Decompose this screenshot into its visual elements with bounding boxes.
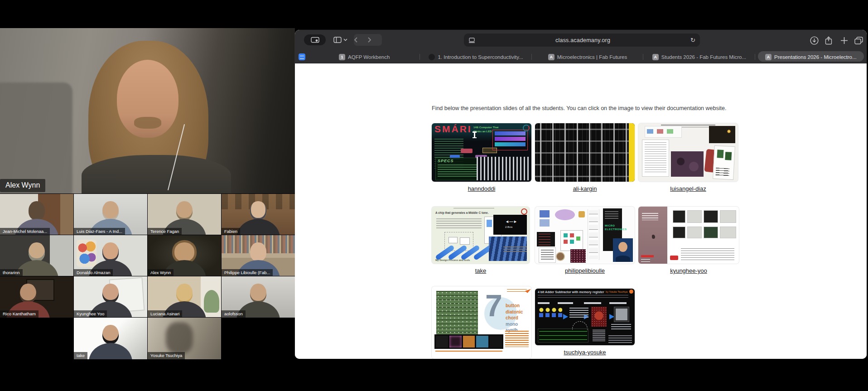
slide-screenshot — [673, 227, 685, 238]
slide-block — [540, 210, 550, 217]
participant-tile[interactable]: Rico Kanthatham — [0, 276, 73, 318]
tab-favicon: 1 — [339, 54, 345, 60]
slide-yellow-stripe — [629, 123, 635, 182]
text-cursor — [474, 131, 475, 138]
student-slide-thumbnail[interactable]: 7 button diatonic chord mono synth — [432, 286, 531, 359]
reload-icon[interactable]: ↻ — [690, 37, 695, 43]
participant-tile[interactable]: Alex Wynn — [148, 235, 221, 276]
tab-students-2026[interactable]: A Students 2026 - Fab Futures Micro... — [643, 51, 755, 63]
slide-panel — [492, 130, 528, 150]
student-slide-thumbnail[interactable]: MICRO ELECTRONICS — [535, 207, 635, 264]
student-card: 4 bit Adder Subtractor with memory regis… — [535, 289, 635, 356]
tab-label: Microelectronics | Fab Futures — [557, 54, 627, 60]
address-bar[interactable]: class.academany.org ↻ — [464, 34, 700, 47]
participant-tile[interactable]: Donaldo Almazan — [74, 235, 147, 276]
slide-screenshot — [704, 210, 718, 223]
downloads-button[interactable] — [809, 35, 820, 46]
slide-diagram-lines — [436, 218, 482, 228]
participant-head — [29, 242, 45, 261]
student-link[interactable]: take — [432, 267, 530, 274]
back-button[interactable] — [354, 37, 368, 43]
participant-head — [102, 242, 119, 261]
tab-bar: 1 AQFP Workbench 1. Introduction to Supe… — [295, 51, 867, 63]
page-intro-text: Find below the presentation slides of al… — [432, 105, 726, 111]
slide-caption: My Design Process and tools — [435, 259, 470, 261]
active-speaker-video[interactable]: Alex Wynn — [0, 28, 295, 194]
participant-head — [250, 201, 266, 220]
forward-button[interactable] — [368, 37, 382, 43]
participant-head — [102, 284, 119, 303]
student-slide-thumbnail[interactable]: A chip that generates a Middle C tone. M… — [432, 207, 530, 264]
student-link[interactable]: luisangel-diaz — [638, 185, 738, 192]
student-card: ali-kargin — [535, 123, 635, 192]
pinned-tab-favicon — [299, 53, 305, 60]
tab-aqfp-workbench[interactable]: 1 AQFP Workbench — [309, 51, 420, 63]
tab-overview-button[interactable] — [853, 35, 864, 46]
sidebar-toggle-button[interactable] — [331, 34, 349, 45]
slide-flowchart — [588, 209, 599, 260]
participant-tile[interactable]: aolofsson — [222, 276, 295, 318]
slide-title: SMÁRI — [434, 124, 472, 135]
student-card: 7 button diatonic chord mono synth — [432, 286, 531, 359]
participant-head — [102, 201, 119, 220]
participant-name-label: Alex Wynn — [148, 269, 174, 277]
participant-tile[interactable]: Yosuke Tsuchiya — [148, 318, 221, 359]
participant-head — [29, 201, 45, 220]
participant-tile[interactable]: Terence Fagan — [148, 194, 221, 235]
student-link[interactable]: philippelibioulle — [535, 267, 635, 274]
new-tab-button[interactable] — [839, 35, 849, 46]
slide-register-text — [591, 328, 607, 343]
participant-tile[interactable]: Jean-Michel Molenaa... — [0, 194, 73, 235]
student-slide-thumbnail[interactable]: SMÁRI 14B Computer That Blinks an LED SP… — [432, 123, 531, 182]
student-link[interactable]: ali-kargin — [535, 185, 635, 192]
tab-favicon: A — [765, 54, 772, 60]
tab-microelectronics[interactable]: A Microelectronics | Fab Futures — [532, 51, 643, 63]
participant-tile[interactable]: Philippe Libioulle (Fab... — [222, 235, 295, 276]
chevron-down-icon — [343, 39, 347, 41]
participant-name-label: Donaldo Almazan — [74, 269, 113, 277]
student-link[interactable]: kyunghee-yoo — [638, 267, 739, 274]
slide-title-words: button diatonic chord mono synth — [506, 303, 523, 333]
slide-numeral: 7 — [485, 290, 502, 321]
tab-superconductivity[interactable]: 1. Introduction to Superconductivity... — [420, 51, 531, 63]
participant-tile[interactable]: Kyunghee Yoo — [74, 276, 147, 318]
participant-name-label: take — [74, 352, 87, 360]
participant-head — [176, 284, 193, 303]
share-button[interactable] — [823, 35, 834, 46]
participant-tile[interactable]: Fabien — [222, 194, 295, 235]
participant-tile[interactable]: thorarinn — [0, 235, 73, 276]
slide-center-text — [569, 308, 588, 318]
slide-oscilloscope — [538, 328, 588, 343]
slide-chip-text — [611, 324, 631, 330]
slide-byline: by Yosuke Tsuchiya — [606, 290, 627, 293]
participant-head — [250, 284, 266, 303]
rocket-icon — [629, 290, 633, 294]
slide-screenshot — [720, 227, 736, 238]
participant-tile[interactable]: Luciana Asinari — [148, 276, 221, 318]
student-slide-thumbnail[interactable] — [638, 123, 738, 182]
student-link[interactable]: tsuchiya-yosuke — [535, 349, 635, 356]
participant-name-label: aolofsson — [222, 310, 246, 318]
pinned-tab[interactable] — [295, 51, 309, 63]
participant-torso — [89, 343, 132, 359]
student-card: kyunghee-yoo — [638, 207, 739, 274]
screen-sharing-indicator[interactable] — [304, 34, 326, 45]
tab-presentations-2026[interactable]: A Presentations 2026 - Microelectro... — [755, 51, 867, 63]
student-slide-thumbnail[interactable] — [535, 123, 635, 182]
screen: Alex Wynn Jean-Michel Molenaa... Luis Di… — [0, 0, 868, 391]
slide-header-line — [453, 208, 494, 210]
slide-screenshot — [720, 210, 736, 223]
slide-specs-panel: SPECS — [435, 158, 480, 180]
slide-logo — [670, 256, 678, 260]
participant-tile[interactable]: Luis Diaz-Faes - A Ind... — [74, 194, 147, 235]
student-link[interactable]: hanndoddi — [432, 185, 531, 192]
slide-code-window — [537, 232, 555, 246]
slide-texture — [570, 249, 586, 263]
slide-card — [713, 145, 735, 180]
slide-image-strip — [434, 334, 503, 349]
participant-tile[interactable]: take — [74, 318, 147, 359]
slide-screenshot — [704, 227, 718, 238]
slide-screenshot — [687, 210, 702, 223]
student-slide-thumbnail[interactable] — [638, 207, 739, 264]
student-slide-thumbnail[interactable]: 4 bit Adder Subtractor with memory regis… — [535, 289, 635, 345]
